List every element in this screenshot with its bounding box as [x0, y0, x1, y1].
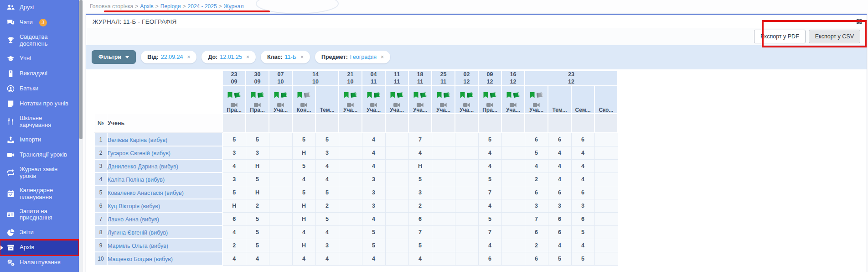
filter-chip-remove-icon[interactable]: ×: [381, 54, 384, 60]
filter-chips: Від:22.09.24×До:12.01.25×Клас:11-Б×Предм…: [141, 51, 390, 63]
lesson-type-header: Пра...: [246, 86, 269, 114]
lesson-type-label: Уча...: [432, 105, 455, 113]
breadcrumb-link[interactable]: Архів: [140, 3, 154, 10]
sidebar-item-settings[interactable]: Налаштування: [0, 255, 79, 270]
scrollbar-thumb[interactable]: [79, 0, 83, 139]
student-name-cell: Куц Вікторія (вибув): [107, 199, 222, 212]
grade-cell: 6: [548, 212, 571, 225]
grade-cell: 4: [571, 159, 594, 173]
student-link[interactable]: Каліта Поліна (вибув): [108, 177, 165, 183]
student-link[interactable]: Мащенко Богдан (вибув): [108, 256, 173, 262]
page-title: ЖУРНАЛ: 11-Б - ГЕОГРАФІЯ: [93, 18, 176, 25]
export-pdf-button[interactable]: Експорт у PDF: [754, 30, 806, 43]
student-link[interactable]: Лугина Євгеній (вибув): [108, 230, 168, 236]
sidebar-item-reports[interactable]: Звіти: [0, 225, 79, 240]
student-number: 2: [94, 146, 107, 159]
filters-button[interactable]: Фільтри: [92, 50, 136, 64]
breadcrumb-link[interactable]: Головна сторінка: [90, 3, 133, 10]
sidebar-item-teachers[interactable]: Викладачі: [0, 66, 79, 81]
student-row: 7Лахно Анна (вибув)65Н5465766: [94, 212, 618, 225]
filter-chip-1[interactable]: До:12.01.25×: [202, 51, 256, 63]
date-header: 0411: [362, 71, 385, 86]
grade-cell: [385, 146, 408, 159]
grade-cell: [594, 252, 618, 265]
lesson-type-label: Уча...: [339, 105, 362, 113]
journal-book-icon: [304, 92, 311, 100]
sidebar-item-label: Чати: [20, 19, 33, 26]
export-csv-button[interactable]: Експорт у CSV: [809, 30, 860, 43]
student-number: 10: [94, 252, 107, 265]
lesson-type-header: Уча...: [432, 86, 455, 114]
sidebar-item-label: Архів: [20, 244, 34, 251]
student-number: 1: [94, 133, 107, 146]
sidebar-item-calendar[interactable]: Календарне планування: [0, 183, 79, 204]
sidebar-item-join-requests[interactable]: Запити на приєднання: [0, 204, 79, 225]
student-row: 4Каліта Поліна (вибув)3544355244: [94, 173, 618, 186]
date-header: 1410: [292, 71, 339, 86]
sidebar-item-chats[interactable]: Чати3: [0, 15, 79, 30]
filter-chip-2[interactable]: Клас:11-Б×: [261, 51, 310, 63]
grade-cell: [432, 212, 455, 225]
breadcrumb-link[interactable]: Журнал: [224, 3, 244, 10]
sidebar-item-substitutions[interactable]: Журнал замін уроків: [0, 162, 79, 183]
filter-chip-remove-icon[interactable]: ×: [246, 54, 249, 60]
column-subheader: [339, 114, 362, 133]
student-link[interactable]: Марміль Ольга (вибув): [108, 243, 168, 249]
filter-chip-remove-icon[interactable]: ×: [300, 54, 304, 60]
sidebar-item-label: Імпорти: [20, 136, 41, 143]
sidebar-item-meals[interactable]: Шкільне харчування: [0, 111, 79, 132]
sidebar-item-label: Журнал замін уроків: [20, 166, 75, 180]
student-link[interactable]: Куц Вікторія (вибув): [108, 203, 160, 209]
grade-cell: 5: [571, 225, 594, 239]
date-header: 3009: [246, 71, 269, 86]
journal-thead: 2309300907101410211004111111181125110212…: [94, 71, 618, 133]
breadcrumb-link[interactable]: Періоди: [160, 3, 181, 10]
filter-bar: Фільтри Від:22.09.24×До:12.01.25×Клас:11…: [86, 45, 867, 69]
sidebar-item-notes[interactable]: Нотатки про учнів: [0, 96, 79, 111]
expand-icon[interactable]: [856, 19, 862, 25]
student-name-cell: Даниленко Дарина (вибув): [107, 159, 222, 173]
filter-chip-0[interactable]: Від:22.09.24×: [141, 51, 196, 63]
sidebar-item-friends[interactable]: Друзі: [0, 0, 79, 15]
student-row: 6Куц Вікторія (вибув)Н2Н2324333: [94, 199, 618, 212]
archive-icon: [7, 244, 15, 251]
grade-cell: [432, 239, 455, 252]
student-link[interactable]: Лахно Анна (вибув): [108, 216, 159, 223]
sidebar-item-parents[interactable]: Батьки: [0, 81, 79, 96]
grade-cell: [269, 252, 292, 265]
grade-cell: [432, 225, 455, 239]
grade-cell: [594, 133, 618, 146]
student-link[interactable]: Гусаров Євгеній (вибув): [108, 150, 170, 157]
student-link[interactable]: Даниленко Дарина (вибув): [108, 163, 178, 170]
grade-cell: 3: [246, 146, 269, 159]
filter-chip-remove-icon[interactable]: ×: [187, 54, 190, 60]
grade-cell: 6: [525, 252, 548, 265]
journal-book-icon: [350, 92, 357, 100]
grade-cell: 4: [246, 252, 269, 265]
parents-icon: [7, 85, 15, 93]
filter-chip-3[interactable]: Предмет:Географія×: [315, 51, 390, 63]
grade-cell: [339, 133, 362, 146]
journal-book-icon: [443, 92, 450, 100]
student-name-cell: Лахно Анна (вибув): [107, 212, 222, 225]
student-link[interactable]: Велієва Каріна (вибув): [108, 137, 167, 143]
sidebar-item-certificates[interactable]: Свідоцтва досягнень: [0, 30, 79, 51]
video-camera-icon: [347, 101, 354, 105]
grade-cell: [594, 186, 618, 199]
grade-cell: 4: [292, 252, 315, 265]
student-number: 7: [94, 212, 107, 225]
sidebar: ДрузіЧати3Свідоцтва досягненьУчніВиклада…: [0, 0, 79, 272]
grade-cell: 7: [525, 212, 548, 225]
sidebar-item-broadcasts[interactable]: Трансляції уроків: [0, 147, 79, 162]
sidebar-item-students[interactable]: Учні: [0, 51, 79, 66]
grade-cell: [501, 199, 525, 212]
sidebar-item-imports[interactable]: Імпорти: [0, 132, 79, 147]
breadcrumb-link[interactable]: 2024 - 2025: [188, 3, 217, 10]
student-link[interactable]: Коваленко Анастасія (вибув): [108, 190, 184, 196]
sidebar-item-archive[interactable]: Архів: [0, 240, 79, 255]
grade-cell: 4: [315, 173, 339, 186]
video-camera-icon: [300, 101, 307, 105]
grade-cell: 4: [408, 252, 432, 265]
lesson-type-header: Уча...: [525, 86, 548, 114]
chats-icon: [7, 19, 15, 26]
